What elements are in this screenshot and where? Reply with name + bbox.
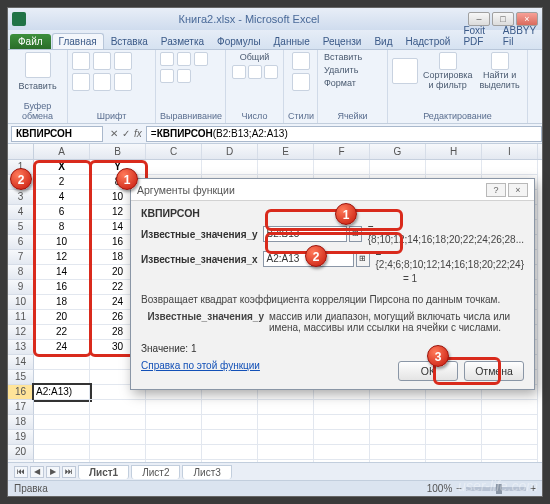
cell[interactable] xyxy=(258,160,314,175)
sort-label[interactable]: Сортировка и фильтр xyxy=(421,70,474,90)
select-all-corner[interactable] xyxy=(8,144,34,159)
tab-home[interactable]: Главная xyxy=(52,33,104,49)
cell[interactable] xyxy=(482,160,538,175)
cell[interactable] xyxy=(146,430,202,445)
tab-formulas[interactable]: Формулы xyxy=(211,34,267,49)
range-picker-icon[interactable]: ⊞ xyxy=(356,251,369,267)
cell[interactable]: 14 xyxy=(34,265,90,280)
paste-label[interactable]: Вставить xyxy=(16,81,58,91)
row-header[interactable]: 19 xyxy=(8,430,34,445)
fx-icon[interactable]: fx xyxy=(134,128,142,139)
row-header[interactable]: 5 xyxy=(8,220,34,235)
dialog-close-button[interactable]: × xyxy=(508,183,528,197)
cell[interactable]: 20 xyxy=(34,310,90,325)
underline-icon[interactable] xyxy=(114,52,132,70)
cell[interactable] xyxy=(34,415,90,430)
cell[interactable] xyxy=(426,415,482,430)
cell[interactable] xyxy=(90,430,146,445)
bold-icon[interactable] xyxy=(72,52,90,70)
tab-addins[interactable]: Надстрой xyxy=(399,34,456,49)
col-header[interactable]: D xyxy=(202,144,258,159)
enter-formula-icon[interactable]: ✓ xyxy=(122,128,130,139)
tab-foxit[interactable]: Foxit PDF xyxy=(457,23,495,49)
row-header[interactable]: 20 xyxy=(8,445,34,460)
tab-layout[interactable]: Разметка xyxy=(155,34,210,49)
col-header[interactable]: F xyxy=(314,144,370,159)
sheet-tab[interactable]: Лист1 xyxy=(78,465,129,479)
row-header[interactable]: 15 xyxy=(8,370,34,385)
currency-icon[interactable] xyxy=(232,65,246,79)
row-header[interactable]: 13 xyxy=(8,340,34,355)
row-header[interactable]: 3 xyxy=(8,190,34,205)
cell[interactable] xyxy=(370,445,426,460)
row-header[interactable]: 14 xyxy=(8,355,34,370)
range-picker-icon[interactable]: ⊞ xyxy=(349,226,362,242)
cell[interactable] xyxy=(34,430,90,445)
cell[interactable] xyxy=(314,160,370,175)
fill-icon[interactable] xyxy=(93,73,111,91)
sheet-nav-next[interactable]: ▶ xyxy=(46,466,60,478)
cell[interactable] xyxy=(202,160,258,175)
cell[interactable] xyxy=(370,160,426,175)
number-format[interactable]: Общий xyxy=(238,52,272,62)
cell[interactable] xyxy=(34,355,90,370)
col-header[interactable]: C xyxy=(146,144,202,159)
cell[interactable]: 8 xyxy=(34,220,90,235)
cell[interactable] xyxy=(314,415,370,430)
comma-icon[interactable] xyxy=(264,65,278,79)
cancel-formula-icon[interactable]: ✕ xyxy=(110,128,118,139)
cell[interactable] xyxy=(426,430,482,445)
cell[interactable] xyxy=(202,400,258,415)
cell[interactable] xyxy=(258,415,314,430)
cell[interactable] xyxy=(426,445,482,460)
cell[interactable]: 6 xyxy=(34,205,90,220)
cell[interactable] xyxy=(146,160,202,175)
col-header[interactable]: A xyxy=(34,144,90,159)
cell[interactable] xyxy=(482,415,538,430)
cell[interactable] xyxy=(90,415,146,430)
align-icon[interactable] xyxy=(160,52,174,66)
insert-cells[interactable]: Вставить xyxy=(322,52,364,62)
cell[interactable]: 12 xyxy=(34,250,90,265)
cell[interactable]: 18 xyxy=(34,295,90,310)
align-icon[interactable] xyxy=(194,52,208,66)
cell[interactable] xyxy=(482,445,538,460)
cell[interactable]: 24 xyxy=(34,340,90,355)
col-header[interactable]: B xyxy=(90,144,146,159)
cell[interactable] xyxy=(146,415,202,430)
cell[interactable] xyxy=(314,400,370,415)
cell[interactable]: 16 xyxy=(34,280,90,295)
ok-button[interactable]: ОК xyxy=(398,361,458,381)
cell[interactable] xyxy=(258,400,314,415)
cell[interactable] xyxy=(258,445,314,460)
cell[interactable] xyxy=(146,400,202,415)
cell[interactable] xyxy=(90,445,146,460)
autosum-icon[interactable] xyxy=(392,58,418,84)
cell[interactable] xyxy=(370,430,426,445)
tab-abbyy[interactable]: ABBYY Fil xyxy=(497,23,542,49)
cell[interactable] xyxy=(482,400,538,415)
cell[interactable]: X xyxy=(34,160,90,175)
cell[interactable]: 22 xyxy=(34,325,90,340)
sort-icon[interactable] xyxy=(439,52,457,70)
cell[interactable] xyxy=(34,400,90,415)
dialog-help-button[interactable]: ? xyxy=(486,183,506,197)
cell[interactable]: 4 xyxy=(34,190,90,205)
italic-icon[interactable] xyxy=(93,52,111,70)
col-header[interactable]: E xyxy=(258,144,314,159)
cell[interactable] xyxy=(426,160,482,175)
col-header[interactable]: H xyxy=(426,144,482,159)
tab-view[interactable]: Вид xyxy=(368,34,398,49)
tab-data[interactable]: Данные xyxy=(268,34,316,49)
cell[interactable] xyxy=(314,445,370,460)
align-icon[interactable] xyxy=(177,52,191,66)
paste-icon[interactable] xyxy=(25,52,51,78)
function-help-link[interactable]: Справка по этой функции xyxy=(141,360,260,371)
cell[interactable] xyxy=(370,400,426,415)
formula-input[interactable]: =КВПИРСОН(B2:B13;A2:A13) xyxy=(146,126,542,142)
col-header[interactable]: G xyxy=(370,144,426,159)
sheet-nav-last[interactable]: ⏭ xyxy=(62,466,76,478)
row-header[interactable]: 4 xyxy=(8,205,34,220)
row-header[interactable]: 9 xyxy=(8,280,34,295)
delete-cells[interactable]: Удалить xyxy=(322,65,360,75)
